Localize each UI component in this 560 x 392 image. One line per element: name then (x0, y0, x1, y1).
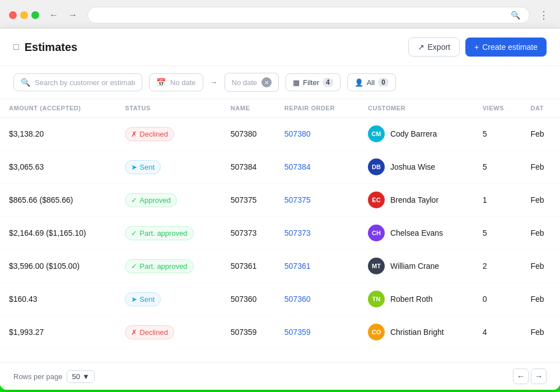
traffic-lights (9, 11, 39, 19)
customer-name: Christian Bright (390, 328, 444, 337)
customer-name: Brenda Taylor (390, 195, 438, 204)
table-footer: Rows per page 50 ▼ ← → (0, 362, 560, 390)
date-end-label: No date (232, 78, 258, 87)
export-button[interactable]: ↗ Export (408, 38, 460, 57)
date-arrow-icon: → (210, 78, 218, 87)
avatar: TN (368, 291, 385, 307)
cell-views: 1 (474, 184, 522, 217)
cell-views: 5 (474, 151, 522, 184)
prev-page-button[interactable]: ← (513, 368, 529, 384)
page-title-row: □ Estimates (13, 41, 77, 54)
close-button[interactable] (9, 11, 17, 19)
table-row[interactable]: $3,596.00 ($105.00)✓ Part. approved50736… (0, 250, 560, 283)
cell-date: Feb (521, 184, 560, 217)
cell-date: Feb (521, 118, 560, 151)
avatar: EC (368, 192, 385, 208)
customer-name: Cody Barrera (390, 129, 437, 138)
table-row[interactable]: $3,065.63➤ Sent507384507384DBJoshua Wise… (0, 151, 560, 184)
search-input[interactable] (35, 78, 135, 87)
cell-amount: $3,596.00 ($105.00) (0, 250, 116, 283)
cell-amount: $3,138.20 (0, 118, 116, 151)
cell-name: 507373 (222, 217, 276, 250)
date-filter-start[interactable]: 📅 No date (149, 73, 203, 91)
browser-chrome: ← → 🔍 ⋮ (0, 0, 560, 29)
rows-per-page-select[interactable]: 50 ▼ (67, 370, 94, 383)
table-row[interactable]: $2,164.69 ($1,165.10)✓ Part. approved507… (0, 217, 560, 250)
cell-repair-order[interactable]: 507375 (276, 184, 359, 217)
forward-button[interactable]: → (65, 7, 81, 23)
cell-repair-order[interactable]: 507361 (276, 250, 359, 283)
customer-name: Chelsea Evans (390, 228, 443, 237)
all-filter-button[interactable]: 👤 All 0 (347, 73, 396, 91)
col-repair-order: REPAIR ORDER (276, 99, 359, 118)
cell-date: Feb (521, 316, 560, 349)
customer-name: William Crane (390, 262, 439, 270)
create-label: Create estimate (482, 43, 538, 52)
maximize-button[interactable] (31, 11, 39, 19)
repair-order-link[interactable]: 507361 (284, 262, 311, 270)
col-customer: CUSTOMER (359, 99, 474, 118)
cell-name: 507361 (222, 250, 276, 283)
create-estimate-button[interactable]: + Create estimate (465, 38, 547, 57)
filter-count-badge: 4 (323, 78, 333, 87)
more-button[interactable]: ⋮ (536, 7, 551, 24)
arrow-icon: ➤ (131, 295, 137, 304)
all-count-badge: 0 (378, 78, 389, 87)
cell-customer: ECBrenda Taylor (359, 184, 474, 217)
repair-order-link[interactable]: 507360 (284, 295, 311, 304)
check-icon: ✓ (131, 229, 137, 237)
app-container: □ Estimates ↗ Export + Create estimate 🔍… (0, 29, 560, 390)
cell-customer: DBJoshua Wise (359, 151, 474, 184)
date-start-label: No date (170, 78, 196, 87)
repair-order-link[interactable]: 507373 (284, 228, 311, 237)
table-row[interactable]: $3,138.20✗ Declined507380507380CMCody Ba… (0, 118, 560, 151)
cell-status: ✗ Declined (116, 316, 221, 349)
cell-date: Feb (521, 250, 560, 283)
search-icon: 🔍 (511, 11, 520, 20)
x-icon: ✗ (131, 130, 137, 138)
cell-date: Feb (521, 283, 560, 316)
date-filter-end[interactable]: No date ✕ (225, 73, 279, 92)
search-icon: 🔍 (21, 78, 30, 87)
filter-icon: ▦ (293, 78, 300, 87)
cell-customer: CMCody Barrera (359, 118, 474, 151)
url-bar[interactable]: 🔍 (87, 7, 530, 24)
cell-status: ✓ Part. approved (116, 250, 221, 283)
repair-order-link[interactable]: 507359 (284, 328, 311, 337)
repair-order-link[interactable]: 507380 (284, 129, 311, 138)
table-row[interactable]: $865.66 ($865.66)✓ Approved507375507375E… (0, 184, 560, 217)
cell-status: ✓ Approved (116, 184, 221, 217)
cell-views: 5 (474, 217, 522, 250)
nav-buttons: ← → (46, 7, 81, 23)
rows-per-page-value: 50 (72, 372, 80, 381)
chevron-down-icon: ▼ (82, 372, 90, 381)
next-page-button[interactable]: → (531, 368, 547, 384)
app-header: □ Estimates ↗ Export + Create estimate (0, 29, 560, 66)
cell-name: 507359 (222, 316, 276, 349)
cell-repair-order[interactable]: 507380 (276, 118, 359, 151)
cell-repair-order[interactable]: 507373 (276, 217, 359, 250)
repair-order-link[interactable]: 507384 (284, 162, 311, 171)
table-row[interactable]: $160.43➤ Sent507360507360TNRobert Roth0F… (0, 283, 560, 316)
calendar-icon: 📅 (156, 78, 166, 87)
cell-status: ✗ Declined (116, 118, 221, 151)
col-views: VIEWS (474, 99, 522, 118)
back-button[interactable]: ← (46, 7, 62, 23)
repair-order-link[interactable]: 507375 (284, 195, 311, 204)
cell-amount: $2,164.69 ($1,165.10) (0, 217, 116, 250)
cell-repair-order[interactable]: 507360 (276, 283, 359, 316)
create-icon: + (474, 43, 479, 52)
avatar: CO (368, 324, 385, 340)
cell-customer: MTWilliam Crane (359, 250, 474, 283)
cell-repair-order[interactable]: 507359 (276, 316, 359, 349)
check-icon: ✓ (131, 196, 137, 204)
minimize-button[interactable] (20, 11, 28, 19)
filter-button[interactable]: ▦ Filter 4 (286, 73, 340, 91)
cell-views: 2 (474, 250, 522, 283)
customer-name: Robert Roth (390, 295, 432, 304)
pagination-buttons: ← → (513, 368, 547, 384)
table-row[interactable]: $1,993.27✗ Declined507359507359COChristi… (0, 316, 560, 349)
search-input-wrap[interactable]: 🔍 (13, 73, 142, 91)
date-clear-button[interactable]: ✕ (262, 77, 272, 87)
cell-repair-order[interactable]: 507384 (276, 151, 359, 184)
